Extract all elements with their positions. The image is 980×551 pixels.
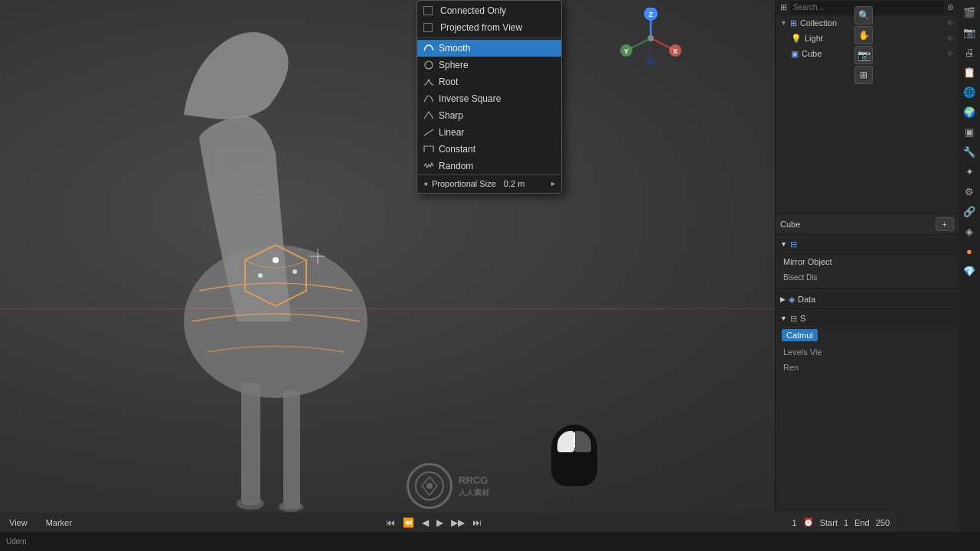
mirror-object-label: Mirror Object — [783, 257, 832, 266]
render-row: Ren — [776, 360, 959, 375]
watermark: RRCG 人人素材 — [387, 463, 509, 509]
modifier-section-header[interactable]: ▼ ⊟ — [776, 236, 959, 252]
cube-name-display: Cube — [780, 220, 936, 229]
sphere-label: Sphere — [439, 60, 469, 70]
menu-item-sphere[interactable]: Sphere — [417, 57, 561, 73]
properties-material-btn[interactable]: ● — [960, 242, 978, 260]
viewport[interactable]: Connected Only Projected from View Smoot… — [0, 0, 896, 532]
mouse-right-button — [574, 431, 591, 452]
properties-output-btn[interactable]: 🖨 — [960, 43, 978, 61]
constant-label: Constant — [439, 144, 475, 155]
light-icon: 💡 — [791, 34, 802, 44]
sharp-curve-icon — [423, 110, 434, 121]
navigation-gizmo[interactable]: Z X Y — [620, 8, 681, 69]
play-btn[interactable]: ▶ — [434, 517, 446, 528]
levels-view-label: Levels Vie — [783, 347, 822, 357]
modifier-icon: ⊟ — [790, 240, 797, 249]
menu-item-connected-only[interactable]: Connected Only — [417, 2, 561, 19]
cube-icon: ▣ — [791, 49, 799, 59]
render-label: Ren — [783, 363, 799, 372]
menu-item-sharp[interactable]: Sharp — [417, 107, 561, 124]
inverse-square-label: Inverse Square — [439, 93, 501, 104]
menu-separator-1 — [417, 37, 561, 38]
bisect-row: Bisect Dis — [776, 269, 959, 285]
properties-scene-prop-btn[interactable]: 🌐 — [960, 83, 978, 101]
menu-item-smooth[interactable]: Smooth — [417, 40, 561, 57]
root-label: Root — [439, 77, 458, 87]
properties-physics-btn[interactable]: ⚙ — [960, 182, 978, 201]
nav-gizmo-svg: Z X Y — [620, 8, 681, 69]
right-sidebar-icons: 🎬 📷 🖨 📋 🌐 🌍 ▣ 🔧 ✦ ⚙ 🔗 ◈ ● 💎 — [959, 0, 980, 532]
menu-item-projected[interactable]: Projected from View — [417, 19, 561, 36]
data-expand-icon: ▶ — [780, 295, 786, 303]
outliner-filter-icon[interactable]: ⊛ — [947, 2, 954, 12]
clock-icon: ⏰ — [803, 517, 814, 527]
properties-render-btn[interactable]: 📷 — [960, 23, 978, 41]
svg-rect-1 — [241, 383, 260, 505]
properties-shading-btn[interactable]: 💎 — [960, 262, 978, 280]
constant-curve-icon — [423, 144, 434, 155]
svg-line-23 — [629, 27, 651, 38]
start-label: Start — [820, 518, 838, 527]
cube-vis-icon: 👁 — [946, 50, 954, 58]
step-back-btn[interactable]: ◀ — [420, 517, 431, 528]
properties-constraints-btn[interactable]: 🔗 — [960, 202, 978, 220]
svg-point-26 — [426, 483, 433, 489]
menu-item-random[interactable]: Random — [417, 158, 561, 174]
jump-start-btn[interactable]: ⏮ — [384, 517, 397, 528]
smooth-label: Smooth — [439, 43, 470, 54]
menu-item-root[interactable]: Root — [417, 73, 561, 90]
connected-only-checkbox[interactable] — [423, 6, 433, 15]
properties-data-btn[interactable]: ◈ — [960, 222, 978, 240]
data-section-header[interactable]: ▶ ◈ Data — [776, 292, 959, 307]
subdiv-expand-icon: ▼ — [780, 315, 787, 322]
properties-view-layer-btn[interactable]: 📋 — [960, 63, 978, 81]
proportional-size-label: Proportional Size — [432, 179, 496, 188]
overlay-magnify-btn[interactable]: 🔍 — [854, 6, 873, 24]
menu-item-linear[interactable]: Linear — [417, 124, 561, 141]
prop-size-arrow-right[interactable]: ▸ — [551, 179, 555, 187]
section-expand-icon: ▼ — [780, 240, 787, 248]
prev-frame-btn[interactable]: ⏪ — [400, 517, 416, 528]
end-value[interactable]: 250 — [876, 518, 890, 527]
menu-item-constant[interactable]: Constant — [417, 141, 561, 158]
prop-size-arrow-left[interactable]: ◂ — [423, 179, 427, 187]
overlay-grid-btn[interactable]: ⊞ — [854, 66, 873, 84]
data-label: Data — [798, 295, 815, 304]
playback-controls: ⏮ ⏪ ◀ ▶ ▶▶ ⏭ — [384, 517, 484, 528]
mouse-left-button — [557, 431, 574, 452]
linear-label: Linear — [439, 127, 464, 138]
menu-item-inverse-square[interactable]: Inverse Square — [417, 90, 561, 107]
properties-world-btn[interactable]: 🌍 — [960, 103, 978, 121]
projected-label: Projected from View — [440, 22, 522, 33]
viewport-overlay-buttons: 🔍 ✋ 📷 ⊞ — [854, 6, 873, 84]
svg-point-8 — [237, 497, 264, 510]
overlay-hand-btn[interactable]: ✋ — [854, 26, 873, 44]
levels-view-row: Levels Vie — [776, 344, 959, 360]
properties-panel: Cube + ▼ ⊟ Mirror Object Bisect Dis ▶ ◈ … — [775, 214, 959, 532]
current-frame-display: 1 — [792, 518, 797, 527]
jump-end-btn[interactable]: ⏭ — [470, 517, 484, 528]
start-value[interactable]: 1 — [844, 518, 848, 527]
svg-text:X: X — [673, 47, 678, 55]
connected-only-label: Connected Only — [440, 5, 506, 16]
frame-controls: 1 ⏰ Start 1 End 250 — [792, 517, 890, 527]
collection-label: Collection — [800, 18, 837, 28]
subdivision-header[interactable]: ▼ ⊟ S — [776, 311, 959, 326]
step-forward-btn[interactable]: ▶▶ — [449, 517, 467, 528]
proportional-size-row[interactable]: ◂ Proportional Size 0.2 m ▸ — [417, 174, 561, 191]
marker-menu-btn[interactable]: Marker — [43, 518, 75, 527]
properties-scene-btn[interactable]: 🎬 — [960, 3, 978, 21]
view-menu-btn[interactable]: View — [6, 518, 31, 527]
proportional-edit-dropdown[interactable]: Connected Only Projected from View Smoot… — [416, 0, 562, 194]
properties-object-btn[interactable]: ▣ — [960, 122, 978, 141]
watermark-logo — [407, 463, 452, 509]
collection-vis-icon: 👁 — [946, 19, 954, 28]
projected-checkbox[interactable] — [423, 23, 433, 32]
catmull-clark-btn[interactable]: Catmul — [782, 329, 818, 341]
add-modifier-btn[interactable]: + — [936, 217, 954, 231]
overlay-camera-btn[interactable]: 📷 — [854, 46, 873, 64]
properties-particles-btn[interactable]: ✦ — [960, 162, 978, 181]
svg-point-5 — [292, 269, 297, 274]
properties-modifier-btn[interactable]: 🔧 — [960, 142, 978, 161]
